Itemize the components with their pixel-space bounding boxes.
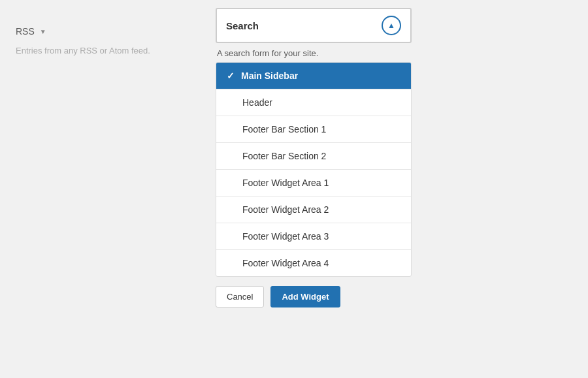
dropdown-item-label: Footer Widget Area 1 — [242, 178, 329, 188]
dropdown-item-footer-widget-2[interactable]: Footer Widget Area 2 — [216, 197, 411, 223]
dropdown-item-label: Footer Bar Section 2 — [242, 151, 326, 161]
dropdown-item-label: Footer Widget Area 4 — [242, 258, 329, 268]
dropdown-item-label: Main Sidebar — [241, 71, 298, 81]
rss-chevron-icon: ▼ — [40, 28, 46, 35]
dropdown-item-footer-bar-2[interactable]: Footer Bar Section 2 — [216, 143, 411, 170]
widget-dropdown-container: Search ▲ A search form for your site. ✓M… — [216, 8, 412, 307]
dropdown-item-main-sidebar[interactable]: ✓Main Sidebar — [216, 63, 411, 89]
collapse-button[interactable]: ▲ — [382, 16, 401, 35]
dropdown-item-footer-widget-4[interactable]: Footer Widget Area 4 — [216, 250, 411, 276]
widget-title: Search — [226, 20, 259, 31]
dropdown-item-footer-bar-1[interactable]: Footer Bar Section 1 — [216, 116, 411, 143]
sidebar-select-list[interactable]: ✓Main SidebarHeaderFooter Bar Section 1F… — [216, 62, 412, 277]
dropdown-item-footer-widget-1[interactable]: Footer Widget Area 1 — [216, 170, 411, 197]
dropdown-item-label: Footer Bar Section 1 — [242, 124, 326, 134]
background-panel: RSS ▼ Entries from any RSS or Atom feed. — [0, 0, 209, 378]
rss-description: Entries from any RSS or Atom feed. — [16, 44, 193, 57]
add-widget-button[interactable]: Add Widget — [270, 286, 340, 307]
widget-description: A search form for your site. — [216, 48, 412, 58]
dropdown-item-header[interactable]: Header — [216, 89, 411, 116]
check-icon: ✓ — [227, 71, 235, 81]
dropdown-item-label: Footer Widget Area 2 — [242, 204, 329, 215]
dropdown-item-footer-widget-3[interactable]: Footer Widget Area 3 — [216, 223, 411, 250]
dropdown-item-label: Header — [242, 97, 272, 108]
rss-section-header: RSS ▼ — [16, 26, 193, 37]
search-header: Search ▲ — [216, 8, 412, 43]
up-arrow-icon: ▲ — [387, 21, 395, 30]
cancel-button[interactable]: Cancel — [216, 286, 264, 307]
dropdown-item-label: Footer Widget Area 3 — [242, 231, 329, 242]
rss-label-text: RSS — [16, 26, 35, 37]
action-buttons: Cancel Add Widget — [216, 286, 412, 307]
